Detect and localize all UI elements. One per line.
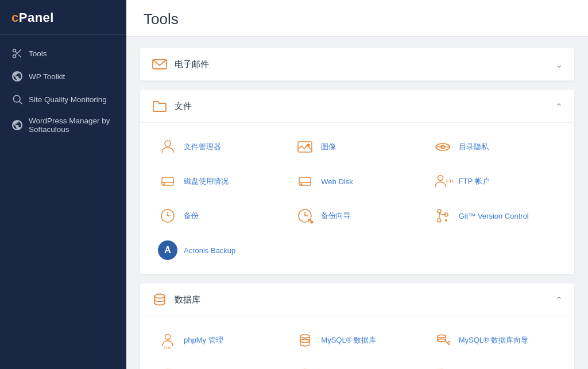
mysql-wizard-label: MySQL® 数据库向导 <box>459 335 529 345</box>
files-tool-grid: 文件管理器 图像 <box>154 134 560 263</box>
mysql-db-icon <box>295 330 315 351</box>
email-section-icon <box>152 56 168 72</box>
svg-point-37 <box>438 335 446 338</box>
wordpress-icon-1 <box>11 71 23 82</box>
disk-usage-label: 磁盘使用情况 <box>184 176 229 187</box>
backup-wizard-label: 备份向导 <box>321 211 351 221</box>
search-icon <box>11 94 23 105</box>
backup-icon <box>157 205 178 226</box>
svg-point-22 <box>438 176 443 181</box>
svg-line-4 <box>16 52 17 53</box>
mysql-wizard-icon <box>432 330 453 351</box>
email-section-header[interactable]: 电子邮件 ⌄ <box>140 48 574 81</box>
sidebar-item-wp-toolkit[interactable]: WP Toolkit <box>0 65 126 88</box>
svg-point-6 <box>13 95 20 102</box>
files-section-header[interactable]: 文件 ⌄ <box>140 90 574 123</box>
svg-text:FTP: FTP <box>446 178 453 184</box>
page-title: Tools <box>144 10 571 28</box>
sidebar-item-site-quality-label: Site Quality Monitoring <box>29 95 107 104</box>
git-version-icon <box>432 205 453 226</box>
main-content: Tools 电子邮件 ⌄ <box>126 0 588 369</box>
backup-wizard-icon <box>295 205 315 226</box>
svg-text:PHP: PHP <box>164 346 171 349</box>
tool-postgresql-wizard[interactable]: PostgreSQL 数据库向导 <box>429 362 560 369</box>
phpmyadmin-icon: PHP <box>157 330 178 351</box>
svg-point-35 <box>300 335 310 338</box>
sidebar-item-site-quality[interactable]: Site Quality Monitoring <box>0 88 126 111</box>
svg-point-21 <box>301 184 302 185</box>
databases-section-icon <box>152 292 168 308</box>
svg-point-33 <box>165 335 171 340</box>
dir-privacy-icon <box>432 137 453 157</box>
files-section-body: 文件管理器 图像 <box>140 123 574 274</box>
svg-point-12 <box>307 144 310 146</box>
tool-postgresql[interactable]: PostgreSQL 数据库 <box>291 362 423 369</box>
tool-dir-privacy[interactable]: 目录隐私 <box>429 134 560 160</box>
files-chevron-icon: ⌄ <box>555 101 563 112</box>
svg-point-28 <box>438 219 441 222</box>
svg-point-10 <box>165 141 171 146</box>
acronis-label: Acronis Backup <box>184 246 235 255</box>
tool-disk-usage[interactable]: 磁盘使用情况 <box>154 169 285 194</box>
tool-ftp-accounts[interactable]: FTP FTP 帐户 <box>429 169 560 194</box>
tool-backup[interactable]: 备份 <box>154 203 285 228</box>
postgresql-icon <box>295 364 315 369</box>
ftp-accounts-label: FTP 帐户 <box>459 176 490 187</box>
svg-line-3 <box>18 55 21 57</box>
sidebar-logo: cPanel <box>0 0 126 35</box>
backup-label: 备份 <box>184 211 199 221</box>
web-disk-label: Web Disk <box>321 177 353 186</box>
dir-privacy-label: 目录隐私 <box>459 142 489 152</box>
wordpress-icon-2 <box>11 119 23 131</box>
files-section-icon <box>152 98 168 114</box>
git-version-label: Git™ Version Control <box>459 212 529 220</box>
tool-images[interactable]: 图像 <box>291 134 423 160</box>
tool-acronis[interactable]: A Acronis Backup <box>154 238 285 263</box>
email-header-left: 电子邮件 <box>152 56 209 72</box>
images-label: 图像 <box>321 142 336 152</box>
acronis-icon: A <box>157 240 178 261</box>
tool-web-disk[interactable]: Web Disk <box>291 169 423 194</box>
sidebar-item-wordpress-manager[interactable]: WordPress Manager by Softaculous <box>0 111 126 139</box>
main-header: Tools <box>126 0 588 37</box>
sidebar: cPanel Tools WP Toolkit Site Quality Mon… <box>0 0 126 369</box>
email-chevron-icon: ⌄ <box>555 59 563 70</box>
file-manager-label: 文件管理器 <box>184 142 221 152</box>
tool-remote-mysql[interactable]: 远程 MySQL® <box>154 362 285 369</box>
svg-point-26 <box>311 221 314 224</box>
sidebar-nav: Tools WP Toolkit Site Quality Monitoring… <box>0 35 126 146</box>
mysql-db-label: MySQL® 数据库 <box>321 335 376 345</box>
svg-point-18 <box>164 184 165 185</box>
sidebar-item-tools[interactable]: Tools <box>0 42 126 65</box>
tool-phpmyadmin[interactable]: PHP phpMy 管理 <box>154 328 285 353</box>
svg-line-7 <box>20 102 22 104</box>
web-disk-icon <box>295 171 315 192</box>
svg-point-1 <box>13 55 16 58</box>
files-header-left: 文件 <box>152 98 192 114</box>
remote-mysql-icon <box>157 364 178 369</box>
postgresql-wizard-icon <box>432 364 453 369</box>
databases-section-body: PHP phpMy 管理 <box>140 316 574 369</box>
databases-section-header[interactable]: 数据库 ⌄ <box>140 283 574 316</box>
files-section: 文件 ⌄ 文件管理器 <box>140 90 574 274</box>
databases-tool-grid: PHP phpMy 管理 <box>154 328 560 369</box>
email-section-title: 电子邮件 <box>175 59 209 70</box>
databases-section: 数据库 ⌄ PHP phpMy 管理 <box>140 283 574 369</box>
file-manager-icon <box>157 137 178 157</box>
svg-point-27 <box>438 209 441 213</box>
ftp-accounts-icon: FTP <box>432 171 453 192</box>
email-section: 电子邮件 ⌄ <box>140 48 574 81</box>
svg-point-0 <box>13 49 16 52</box>
tool-file-manager[interactable]: 文件管理器 <box>154 134 285 160</box>
sidebar-item-tools-label: Tools <box>29 49 47 58</box>
phpmyadmin-label: phpMy 管理 <box>184 335 223 345</box>
files-section-title: 文件 <box>175 101 192 112</box>
disk-usage-icon <box>157 171 178 192</box>
databases-section-title: 数据库 <box>175 294 200 305</box>
tool-git-version[interactable]: Git™ Version Control <box>429 203 560 228</box>
tool-mysql-wizard[interactable]: MySQL® 数据库向导 <box>429 328 560 353</box>
svg-point-32 <box>154 294 165 298</box>
tool-backup-wizard[interactable]: 备份向导 <box>291 203 423 228</box>
tool-mysql-db[interactable]: MySQL® 数据库 <box>291 328 423 353</box>
databases-chevron-icon: ⌄ <box>555 294 563 305</box>
